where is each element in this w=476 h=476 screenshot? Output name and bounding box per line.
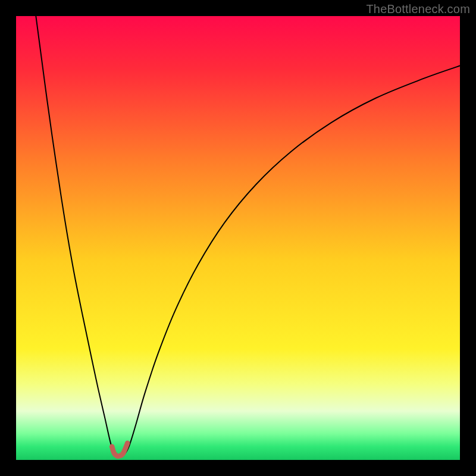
chart-background bbox=[16, 16, 460, 460]
watermark-text: TheBottleneck.com bbox=[366, 2, 470, 16]
chart-frame: TheBottleneck.com bbox=[0, 0, 476, 476]
plot-area bbox=[16, 16, 460, 460]
bottleneck-chart bbox=[16, 16, 460, 460]
